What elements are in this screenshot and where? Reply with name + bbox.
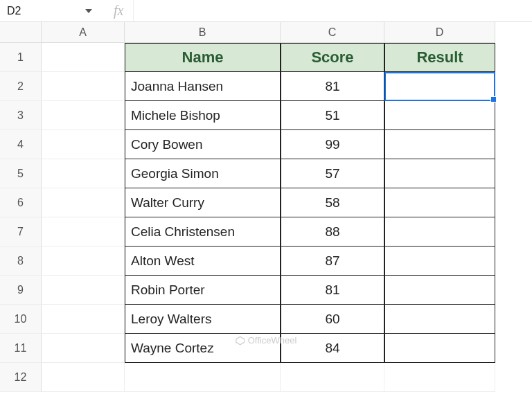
cell-a3[interactable] xyxy=(42,101,125,130)
row-header-8[interactable]: 8 xyxy=(0,247,42,276)
cell-d5[interactable] xyxy=(384,159,495,188)
cell-a11[interactable] xyxy=(42,334,125,363)
row-7: Celia Christensen 88 xyxy=(42,217,532,247)
cell-a2[interactable] xyxy=(42,72,125,101)
cell-b7[interactable]: Celia Christensen xyxy=(125,217,281,247)
cell-d8[interactable] xyxy=(384,247,495,276)
cell-a9[interactable] xyxy=(42,276,125,305)
cell-d7[interactable] xyxy=(384,217,495,247)
row-header-2[interactable]: 2 xyxy=(0,72,42,101)
row-header-10[interactable]: 10 xyxy=(0,305,42,334)
cell-c4[interactable]: 99 xyxy=(281,130,384,159)
cell-c11[interactable]: 84 xyxy=(281,334,384,363)
row-11: Wayne Cortez 84 xyxy=(42,334,532,363)
cell-d11[interactable] xyxy=(384,334,495,363)
cell-a10[interactable] xyxy=(42,305,125,334)
cell-b9[interactable]: Robin Porter xyxy=(125,276,281,305)
cell-a6[interactable] xyxy=(42,188,125,217)
cell-a1[interactable] xyxy=(42,43,125,72)
spreadsheet-grid: 1 2 3 4 5 6 7 8 9 10 11 12 A B C D Name … xyxy=(0,22,532,394)
cell-c3[interactable]: 51 xyxy=(281,101,384,130)
column-headers: A B C D xyxy=(42,22,532,43)
row-9: Robin Porter 81 xyxy=(42,276,532,305)
row-8: Alton West 87 xyxy=(42,247,532,276)
row-header-11[interactable]: 11 xyxy=(0,334,42,363)
cell-d6[interactable] xyxy=(384,188,495,217)
cell-c5[interactable]: 57 xyxy=(281,159,384,188)
cell-c9[interactable]: 81 xyxy=(281,276,384,305)
name-box-value: D2 xyxy=(7,5,21,17)
cell-d9[interactable] xyxy=(384,276,495,305)
cell-b11[interactable]: Wayne Cortez xyxy=(125,334,281,363)
cell-b6[interactable]: Walter Curry xyxy=(125,188,281,217)
cell-d1-header[interactable]: Result xyxy=(384,43,495,72)
row-header-6[interactable]: 6 xyxy=(0,188,42,217)
name-box[interactable]: D2 xyxy=(0,0,104,21)
row-2: Joanna Hansen 81 xyxy=(42,72,532,101)
formula-input[interactable] xyxy=(134,0,532,21)
row-header-3[interactable]: 3 xyxy=(0,101,42,130)
row-header-5[interactable]: 5 xyxy=(0,159,42,188)
fx-icon[interactable]: fx xyxy=(104,0,134,21)
row-10: Leroy Walters 60 xyxy=(42,305,532,334)
cell-a4[interactable] xyxy=(42,130,125,159)
row-12 xyxy=(42,363,532,392)
row-header-4[interactable]: 4 xyxy=(0,130,42,159)
col-header-a[interactable]: A xyxy=(42,22,125,43)
cell-c7[interactable]: 88 xyxy=(281,217,384,247)
formula-bar: D2 fx xyxy=(0,0,532,22)
cell-b1-header[interactable]: Name xyxy=(125,43,281,72)
cell-c6[interactable]: 58 xyxy=(281,188,384,217)
cell-c10[interactable]: 60 xyxy=(281,305,384,334)
cells-area: A B C D Name Score Result Joanna Hansen … xyxy=(42,22,532,394)
cell-d2[interactable] xyxy=(384,72,495,101)
cell-b5[interactable]: Georgia Simon xyxy=(125,159,281,188)
row-4: Cory Bowen 99 xyxy=(42,130,532,159)
cell-b10[interactable]: Leroy Walters xyxy=(125,305,281,334)
row-5: Georgia Simon 57 xyxy=(42,159,532,188)
row-headers: 1 2 3 4 5 6 7 8 9 10 11 12 xyxy=(0,22,42,394)
cell-b4[interactable]: Cory Bowen xyxy=(125,130,281,159)
cell-c1-header[interactable]: Score xyxy=(281,43,384,72)
cell-c8[interactable]: 87 xyxy=(281,247,384,276)
row-header-7[interactable]: 7 xyxy=(0,217,42,247)
cell-a5[interactable] xyxy=(42,159,125,188)
cell-b8[interactable]: Alton West xyxy=(125,247,281,276)
row-6: Walter Curry 58 xyxy=(42,188,532,217)
cell-b2[interactable]: Joanna Hansen xyxy=(125,72,281,101)
row-1: Name Score Result xyxy=(42,43,532,72)
cell-b3[interactable]: Michele Bishop xyxy=(125,101,281,130)
col-header-b[interactable]: B xyxy=(125,22,281,43)
chevron-down-icon[interactable] xyxy=(85,9,92,13)
cell-b12[interactable] xyxy=(125,363,281,392)
cell-d4[interactable] xyxy=(384,130,495,159)
cell-a7[interactable] xyxy=(42,217,125,247)
row-header-9[interactable]: 9 xyxy=(0,276,42,305)
select-all-corner[interactable] xyxy=(0,22,42,43)
cell-d3[interactable] xyxy=(384,101,495,130)
col-header-c[interactable]: C xyxy=(281,22,384,43)
row-header-12[interactable]: 12 xyxy=(0,363,42,392)
cell-d10[interactable] xyxy=(384,305,495,334)
cell-c2[interactable]: 81 xyxy=(281,72,384,101)
row-3: Michele Bishop 51 xyxy=(42,101,532,130)
cell-a8[interactable] xyxy=(42,247,125,276)
cell-d12[interactable] xyxy=(384,363,495,392)
cell-a12[interactable] xyxy=(42,363,125,392)
col-header-d[interactable]: D xyxy=(384,22,495,43)
row-header-1[interactable]: 1 xyxy=(0,43,42,72)
cell-c12[interactable] xyxy=(281,363,384,392)
